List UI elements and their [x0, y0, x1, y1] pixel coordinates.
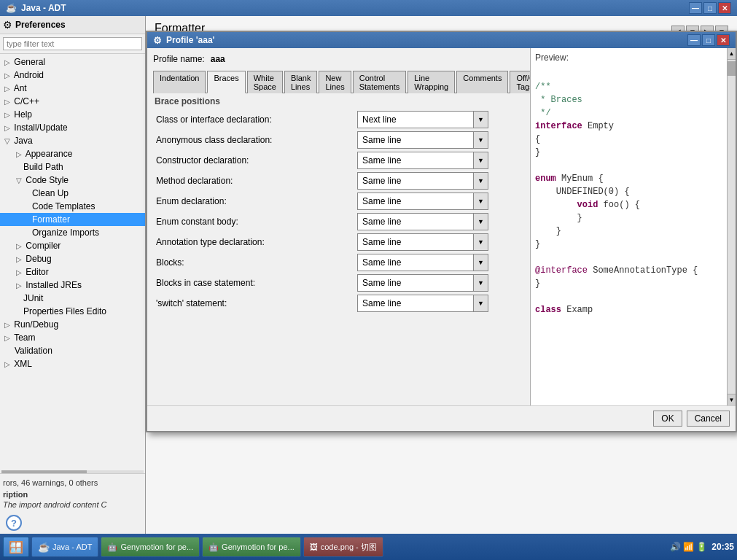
form-select-7[interactable]: Same line ▼ — [357, 254, 488, 271]
maximize-button[interactable]: □ — [703, 2, 717, 14]
close-button[interactable]: ✕ — [718, 2, 731, 14]
dropdown-icon-6[interactable]: ▼ — [473, 234, 488, 250]
tree-item-debug[interactable]: ▷ Debug — [0, 252, 145, 265]
tree-item-properties-files[interactable]: Properties Files Edito — [0, 305, 145, 318]
tab-new-lines[interactable]: New Lines — [319, 71, 351, 93]
taskbar-right: 🔊 📶 🔋 20:35 — [670, 542, 734, 552]
tree-item-java[interactable]: ▽ Java — [0, 134, 145, 147]
expand-icon: ▷ — [15, 268, 23, 276]
tree-item-android[interactable]: ▷ Android — [0, 69, 145, 82]
form-select-0[interactable]: Next line ▼ — [357, 111, 488, 128]
ok-button[interactable]: OK — [653, 411, 682, 427]
tab-braces[interactable]: Braces — [207, 71, 245, 93]
description-content: The import android content C — [3, 500, 142, 509]
tree-item-clean-up[interactable]: Clean Up — [0, 187, 145, 200]
errors-summary: rors, 46 warnings, 0 others — [3, 477, 142, 489]
form-select-6[interactable]: Same line ▼ — [357, 233, 488, 251]
dialog-scrollbar[interactable]: ▲ ▼ — [727, 48, 736, 405]
form-select-3[interactable]: Same line ▼ — [357, 172, 488, 190]
preferences-panel: ⚙ Preferences ▷ General ▷ Android — [0, 16, 146, 534]
tree-item-ant[interactable]: ▷ Ant — [0, 82, 145, 95]
dropdown-icon-8[interactable]: ▼ — [473, 275, 488, 291]
form-select-4[interactable]: Same line ▼ — [357, 192, 488, 210]
form-label-5: Enum constant body: — [153, 217, 357, 227]
filter-input[interactable] — [3, 37, 142, 50]
tree-item-xml[interactable]: ▷ XML — [0, 357, 145, 370]
form-select-2[interactable]: Same line ▼ — [357, 152, 488, 169]
tab-off-on-tags[interactable]: Off/On Tags — [510, 71, 530, 93]
filter-box — [0, 34, 145, 54]
tree-item-run-debug[interactable]: ▷ Run/Debug — [0, 318, 145, 331]
cancel-button[interactable]: Cancel — [687, 411, 730, 427]
form-select-5[interactable]: Same line ▼ — [357, 213, 488, 230]
dropdown-icon-9[interactable]: ▼ — [473, 295, 488, 311]
form-label-0: Class or interface declaration: — [153, 114, 357, 125]
tree-item-team[interactable]: ▷ Team — [0, 331, 145, 344]
dropdown-icon-0[interactable]: ▼ — [473, 112, 488, 128]
expand-icon: ▷ — [3, 360, 12, 368]
tree-item-appearance[interactable]: ▷ Appearance — [0, 147, 145, 160]
java-icon: ☕ — [38, 542, 50, 553]
form-select-9[interactable]: Same line ▼ — [357, 295, 488, 312]
tab-comments[interactable]: Comments — [456, 71, 508, 93]
taskbar-java-adt[interactable]: ☕ Java - ADT — [31, 537, 98, 557]
form-value-1: Same line — [358, 133, 473, 147]
minimize-button[interactable]: — — [689, 2, 702, 14]
dialog-minimize[interactable]: — — [687, 34, 701, 46]
app-window: ☕ Java - ADT — □ ✕ ⚙ Preferences ▷ Gener… — [0, 0, 737, 560]
expand-icon: ▷ — [3, 58, 12, 66]
dropdown-icon-1[interactable]: ▼ — [473, 132, 488, 148]
tab-white-space[interactable]: White Space — [247, 71, 283, 93]
dialog-close[interactable]: ✕ — [717, 34, 730, 46]
expand-icon: ▷ — [3, 334, 12, 342]
expand-icon: ▷ — [3, 85, 12, 93]
dialog-maximize[interactable]: □ — [702, 34, 715, 46]
tree-item-formatter[interactable]: Formatter — [0, 213, 145, 226]
tab-control-statements[interactable]: Control Statements — [353, 71, 407, 93]
taskbar-genymotion-2[interactable]: 🤖 Genymotion for pe... — [202, 537, 301, 557]
expand-icon: ▷ — [3, 111, 12, 119]
tree-item-validation[interactable]: Validation — [0, 344, 145, 357]
tree-item-cpp[interactable]: ▷ C/C++ — [0, 95, 145, 108]
taskbar-code-png[interactable]: 🖼 code.png - 切图 — [303, 537, 383, 557]
title-controls: — □ ✕ — [689, 2, 731, 14]
preferences-icon: ⚙ — [3, 19, 12, 31]
image-icon: 🖼 — [310, 542, 318, 551]
expand-icon: ▷ — [3, 321, 12, 329]
dialog-content: Profile name: aaa Indentation Braces Whi… — [147, 48, 736, 405]
taskbar-genymotion-1[interactable]: 🤖 Genymotion for pe... — [101, 537, 200, 557]
tree-item-organize-imports[interactable]: Organize Imports — [0, 226, 145, 239]
dialog-preview: Preview: /** * Braces */ interface Empty… — [530, 48, 727, 405]
tree-item-install[interactable]: ▷ Install/Update — [0, 121, 145, 134]
form-value-9: Same line — [358, 297, 473, 310]
start-button[interactable]: 🪟 — [3, 537, 29, 557]
taskbar-time: 20:35 — [711, 542, 734, 552]
dropdown-icon-7[interactable]: ▼ — [473, 254, 488, 271]
tree-item-compiler[interactable]: ▷ Compiler — [0, 239, 145, 252]
tree-item-junit[interactable]: JUnit — [0, 292, 145, 305]
form-value-5: Same line — [358, 215, 473, 228]
help-button[interactable]: ? — [6, 515, 22, 531]
form-row-1: Anonymous class declaration: Same line ▼ — [153, 131, 524, 149]
expand-icon: ▷ — [15, 281, 23, 289]
dropdown-icon-3[interactable]: ▼ — [473, 173, 488, 189]
dropdown-icon-5[interactable]: ▼ — [473, 214, 488, 230]
tab-blank-lines[interactable]: Blank Lines — [284, 71, 318, 93]
tree-item-general[interactable]: ▷ General — [0, 55, 145, 69]
dropdown-icon-2[interactable]: ▼ — [473, 152, 488, 168]
dialog-title-bar: ⚙ Profile 'aaa' — □ ✕ — [147, 32, 736, 48]
tree-item-editor[interactable]: ▷ Editor — [0, 265, 145, 279]
tree-item-code-style[interactable]: ▽ Code Style — [0, 174, 145, 187]
form-value-4: Same line — [358, 195, 473, 208]
expand-icon: ▽ — [15, 176, 23, 184]
dropdown-icon-4[interactable]: ▼ — [473, 193, 488, 209]
form-select-8[interactable]: Same line ▼ — [357, 274, 488, 292]
tab-line-wrapping[interactable]: Line Wrapping — [408, 71, 455, 93]
form-select-1[interactable]: Same line ▼ — [357, 131, 488, 149]
dialog-title-controls: — □ ✕ — [687, 34, 730, 46]
tree-item-help[interactable]: ▷ Help — [0, 108, 145, 121]
tab-indentation[interactable]: Indentation — [153, 71, 206, 93]
tree-item-installed-jres[interactable]: ▷ Installed JREs — [0, 279, 145, 292]
tree-item-build-path[interactable]: Build Path — [0, 160, 145, 174]
tree-item-code-templates[interactable]: Code Templates — [0, 200, 145, 213]
